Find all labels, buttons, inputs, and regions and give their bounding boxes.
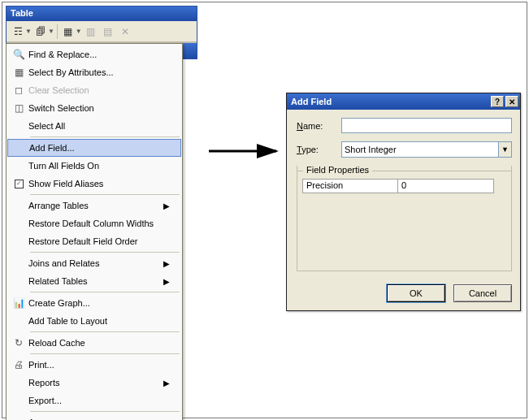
close-x-icon: ✕ <box>117 24 133 40</box>
dialog-title: Add Field <box>291 97 332 106</box>
table-options-menu: 🔍Find & Replace...▦Select By Attributes.… <box>6 43 183 420</box>
type-label: Type: <box>297 145 341 154</box>
properties-row: Precision 0 <box>302 179 506 193</box>
joins-icon <box>9 254 28 272</box>
menu-item-create-graph[interactable]: 📊Create Graph... <box>7 294 181 312</box>
field-properties-group: Field Properties Precision 0 <box>297 166 512 271</box>
menu-item-label: Show Field Aliases <box>28 179 170 188</box>
name-label: Name: <box>297 121 341 131</box>
submenu-arrow-icon: ▶ <box>163 259 170 268</box>
close-button[interactable]: ✕ <box>505 96 518 107</box>
switch-sel-icon: ◫ <box>9 99 28 117</box>
aliases-icon: ✓ <box>9 175 28 193</box>
menu-item-reports[interactable]: Reports▶ <box>7 374 181 392</box>
menu-item-label: Restore Default Field Order <box>28 236 170 246</box>
annotation-arrow <box>207 141 284 162</box>
clear-sel-icon: ◻ <box>9 81 28 99</box>
cancel-button[interactable]: Cancel <box>453 284 512 302</box>
menu-item-select-by-attributes[interactable]: ▦Select By Attributes... <box>7 63 181 81</box>
reports-icon <box>9 374 28 392</box>
menu-item-label: Related Tables <box>28 276 163 286</box>
help-button[interactable]: ? <box>491 96 504 107</box>
menu-item-label: Turn All Fields On <box>28 161 170 171</box>
menu-item-arrange-tables[interactable]: Arrange Tables▶ <box>7 197 181 214</box>
combobox-drop-icon[interactable]: ▼ <box>498 142 511 157</box>
table-icon[interactable]: ▦ <box>60 24 76 40</box>
grid-add-icon: ▥ <box>83 24 99 40</box>
menu-item-label: Print... <box>28 360 170 370</box>
arrange-icon <box>9 197 28 214</box>
print-icon: 🖨 <box>9 356 28 374</box>
menu-item-export[interactable]: Export... <box>7 392 181 409</box>
menu-item-label: Add Field... <box>29 143 169 153</box>
dropdown-icon[interactable]: ▼ <box>48 28 54 35</box>
grid-del-icon: ▤ <box>100 24 116 40</box>
graph-icon: 📊 <box>9 294 28 312</box>
prop-value-cell[interactable]: 0 <box>398 179 494 193</box>
menu-item-restore-default-field-order[interactable]: Restore Default Field Order <box>7 232 181 250</box>
select-all-icon <box>9 117 28 135</box>
table-toolbar: ☶▼🗐▼▦▼▥▤✕ <box>7 21 197 42</box>
menu-item-label: Restore Default Column Widths <box>28 219 170 228</box>
ok-button[interactable]: OK <box>387 284 445 302</box>
title-text: Table <box>11 8 33 18</box>
prop-name-cell[interactable]: Precision <box>302 179 398 193</box>
menu-item-add-table-to-layout[interactable]: Add Table to Layout <box>7 312 181 330</box>
group-title: Field Properties <box>303 165 372 175</box>
type-value: Short Integer <box>345 145 397 154</box>
submenu-arrow-icon: ▶ <box>163 201 170 210</box>
related-icon <box>9 272 28 290</box>
submenu-arrow-icon: ▶ <box>163 277 170 286</box>
menu-item-label: Switch Selection <box>28 103 170 113</box>
menu-item-label: Select All <box>28 121 170 131</box>
menu-item-label: Reports <box>28 378 163 388</box>
menu-item-print[interactable]: 🖨Print... <box>7 356 181 374</box>
name-input[interactable] <box>341 118 512 133</box>
restore-widths-icon <box>9 214 28 232</box>
menu-item-clear-selection: ◻Clear Selection <box>7 81 181 99</box>
menu-item-related-tables[interactable]: Related Tables▶ <box>7 272 181 290</box>
menu-item-label: Arrange Tables <box>28 201 163 210</box>
submenu-arrow-icon: ▶ <box>163 379 170 388</box>
menu-item-appearance[interactable]: Appearance... <box>7 414 181 420</box>
table-window-title: Table <box>7 6 197 21</box>
add-field-icon <box>10 140 29 156</box>
add-field-dialog: Add Field ? ✕ Name: Type: Short Integer … <box>286 93 521 311</box>
dropdown-icon[interactable]: ▼ <box>25 28 32 35</box>
reload-icon: ↻ <box>9 334 28 352</box>
menu-item-add-field[interactable]: Add Field... <box>7 139 181 157</box>
menu-item-joins-and-relates[interactable]: Joins and Relates▶ <box>7 254 181 272</box>
menu-item-label: Reload Cache <box>28 338 170 348</box>
appearance-icon <box>9 414 28 420</box>
restore-order-icon <box>9 232 28 250</box>
menu-item-label: Clear Selection <box>28 85 170 95</box>
layout-icon <box>9 312 28 330</box>
export-icon <box>9 392 28 409</box>
menu-item-label: Add Table to Layout <box>28 316 170 326</box>
select-attrs-icon: ▦ <box>9 63 28 81</box>
copy-icon[interactable]: 🗐 <box>33 24 49 40</box>
menu-item-show-field-aliases[interactable]: ✓Show Field Aliases <box>7 175 181 193</box>
menu-item-restore-default-column-widths[interactable]: Restore Default Column Widths <box>7 214 181 232</box>
menu-item-reload-cache[interactable]: ↻Reload Cache <box>7 334 181 352</box>
dropdown-icon[interactable]: ▼ <box>76 28 82 35</box>
menu-item-label: Create Graph... <box>28 298 170 308</box>
menu-item-label: Export... <box>28 396 170 405</box>
menu-item-turn-all-fields-on[interactable]: Turn All Fields On <box>7 157 181 175</box>
fields-on-icon <box>9 157 28 175</box>
menu-item-label: Joins and Relates <box>28 258 163 268</box>
binoculars-icon: 🔍 <box>9 45 28 63</box>
menu-item-label: Select By Attributes... <box>28 67 170 77</box>
dialog-titlebar: Add Field ? ✕ <box>287 93 520 110</box>
type-combobox[interactable]: Short Integer ▼ <box>341 141 512 158</box>
list-icon[interactable]: ☶ <box>10 24 26 40</box>
menu-item-switch-selection[interactable]: ◫Switch Selection <box>7 99 181 117</box>
menu-item-find-replace[interactable]: 🔍Find & Replace... <box>7 45 181 63</box>
menu-item-select-all[interactable]: Select All <box>7 117 181 135</box>
menu-item-label: Find & Replace... <box>28 50 170 59</box>
